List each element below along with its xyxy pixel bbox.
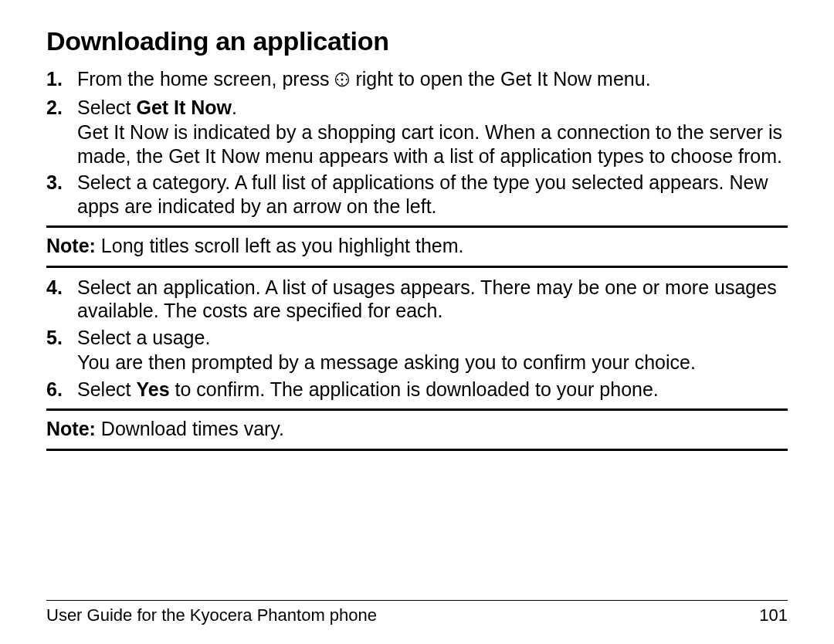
svg-point-1 [341,78,344,80]
step-text: Select a usage. [77,327,210,348]
step-text-tail: to confirm. The application is downloade… [170,378,659,400]
steps-list: 1. From the home screen, press right to … [46,67,788,218]
step-body: From the home screen, press right to ope… [77,67,788,93]
svg-point-5 [346,79,348,80]
svg-point-4 [337,79,339,80]
step-description: You are then prompted by a message askin… [77,351,788,375]
step-text-pre: From the home screen, press [77,68,334,90]
page-footer: User Guide for the Kyocera Phantom phone… [46,600,788,625]
step-6: 6. Select Yes to confirm. The applicatio… [46,378,788,402]
step-body: Select Get It Now. Get It Now is indicat… [77,96,788,168]
step-body: Select Yes to confirm. The application i… [77,378,788,402]
step-4: 4. Select an application. A list of usag… [46,276,788,323]
step-3: 3. Select a category. A full list of app… [46,171,788,218]
step-text-tail: . [232,97,237,118]
step-number: 4. [46,276,77,323]
step-number: 6. [46,378,77,402]
page-number: 101 [759,605,788,625]
step-body: Select an application. A list of usages … [77,276,788,323]
note-text: Download times vary. [96,418,284,439]
step-number: 3. [46,171,77,218]
note-label: Note: [46,418,96,439]
step-number: 1. [46,67,77,93]
step-number: 2. [46,96,77,168]
step-number: 5. [46,326,77,375]
step-5: 5. Select a usage. You are then prompted… [46,326,788,375]
step-text-lead: Select [77,378,136,400]
step-2: 2. Select Get It Now. Get It Now is indi… [46,96,788,168]
note-block-1: Note: Long titles scroll left as you hig… [46,225,788,268]
step-1: 1. From the home screen, press right to … [46,67,788,93]
navigation-key-icon [334,69,350,93]
step-bold: Yes [136,378,169,400]
step-bold: Get It Now [136,97,232,118]
step-body: Select a category. A full list of applic… [77,171,788,218]
note-block-2: Note: Download times vary. [46,408,788,451]
note-text: Long titles scroll left as you highlight… [96,235,464,256]
svg-point-2 [341,74,343,76]
step-body: Select a usage. You are then prompted by… [77,326,788,375]
document-page: Downloading an application 1. From the h… [0,0,834,644]
svg-point-3 [341,83,343,85]
step-text-post: right to open the Get It Now menu. [355,68,650,90]
step-description: Get It Now is indicated by a shopping ca… [77,120,788,168]
note-label: Note: [46,235,96,256]
step-text-lead: Select [77,97,136,118]
footer-title: User Guide for the Kyocera Phantom phone [46,605,377,625]
steps-list-continued: 4. Select an application. A list of usag… [46,276,788,402]
page-title: Downloading an application [46,26,788,56]
